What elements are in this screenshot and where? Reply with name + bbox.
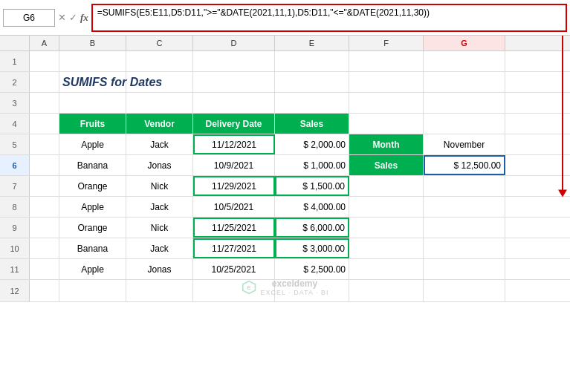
cell-c4-vendor-header[interactable]: Vendor: [126, 114, 193, 134]
cell-f2[interactable]: [349, 72, 424, 92]
cell-a4[interactable]: [30, 114, 59, 134]
row-num-7: 7: [0, 176, 30, 196]
cell-e4-sales-header[interactable]: Sales: [275, 114, 349, 134]
cell-b10-fruits[interactable]: Banana: [59, 238, 126, 258]
cell-c12[interactable]: [126, 280, 193, 301]
row11-date: 10/25/2021: [211, 264, 256, 275]
cell-e10-sales[interactable]: $ 3,000.00: [275, 238, 349, 258]
cell-d4-date-header[interactable]: Delivery Date: [193, 114, 275, 134]
cell-d5-date[interactable]: 11/12/2021: [193, 134, 275, 154]
cell-b1[interactable]: [59, 51, 126, 71]
cell-b9-fruits[interactable]: Orange: [59, 218, 126, 238]
cell-b2[interactable]: SUMIFS for Dates: [59, 72, 126, 92]
cell-a6[interactable]: [30, 155, 59, 175]
cell-a10[interactable]: [30, 238, 59, 258]
cell-g8[interactable]: [424, 197, 505, 217]
cell-g4[interactable]: [424, 114, 505, 134]
cell-a1[interactable]: [30, 51, 59, 71]
confirm-icon[interactable]: ✓: [69, 12, 77, 23]
row-num-3: 3: [0, 93, 30, 113]
cell-f5-month-label[interactable]: Month: [349, 134, 424, 154]
exceldemy-logo-icon: E: [242, 280, 256, 295]
cell-a5[interactable]: [30, 134, 59, 154]
cell-b3[interactable]: [59, 93, 126, 113]
date-header-label: Delivery Date: [205, 119, 262, 129]
cell-a12[interactable]: [30, 280, 59, 301]
cell-f7[interactable]: [349, 176, 424, 196]
cell-f9[interactable]: [349, 218, 424, 238]
cell-e6-sales[interactable]: $ 1,000.00: [275, 155, 349, 175]
row11-vendor: Jonas: [147, 264, 171, 275]
cell-d7-date[interactable]: 11/29/2021: [193, 176, 275, 196]
cell-g1[interactable]: [424, 51, 505, 71]
cell-a3[interactable]: [30, 93, 59, 113]
cell-g10[interactable]: [424, 238, 505, 258]
cell-f1[interactable]: [349, 51, 424, 71]
watermark-tagline: EXCEL · DATA · BI: [261, 289, 329, 296]
cell-a2[interactable]: [30, 72, 59, 92]
cell-d3[interactable]: [193, 93, 275, 113]
cell-f4[interactable]: [349, 114, 424, 134]
cell-d1[interactable]: [193, 51, 275, 71]
cell-g7[interactable]: [424, 176, 505, 196]
row10-vendor: Jack: [150, 244, 169, 254]
cell-g5-month-value[interactable]: November: [424, 134, 505, 154]
cell-e1[interactable]: [275, 51, 349, 71]
cancel-icon[interactable]: ✕: [58, 12, 66, 23]
row-7: 7 Orange Nick 11/29/2021 $ 1,500.00: [0, 176, 570, 197]
cell-f10[interactable]: [349, 238, 424, 258]
cell-g3[interactable]: [424, 93, 505, 113]
cell-c9-vendor[interactable]: Nick: [126, 218, 193, 238]
cell-d2[interactable]: [193, 72, 275, 92]
cell-f3[interactable]: [349, 93, 424, 113]
cell-e5-sales[interactable]: $ 2,000.00: [275, 134, 349, 154]
cell-f12[interactable]: [349, 280, 424, 301]
cell-c7-vendor[interactable]: Nick: [126, 176, 193, 196]
cell-c10-vendor[interactable]: Jack: [126, 238, 193, 258]
cell-e3[interactable]: [275, 93, 349, 113]
cell-d8-date[interactable]: 10/5/2021: [193, 197, 275, 217]
cell-d11-date[interactable]: 10/25/2021: [193, 259, 275, 279]
cell-g2[interactable]: [424, 72, 505, 92]
cell-d6-date[interactable]: 10/9/2021: [193, 155, 275, 175]
cell-b5-fruits[interactable]: Apple: [59, 134, 126, 154]
cell-a9[interactable]: [30, 218, 59, 238]
cell-g11[interactable]: [424, 259, 505, 279]
cell-c1[interactable]: [126, 51, 193, 71]
cell-b7-fruits[interactable]: Orange: [59, 176, 126, 196]
cell-g9[interactable]: [424, 218, 505, 238]
cell-e8-sales[interactable]: $ 4,000.00: [275, 197, 349, 217]
cell-b6-fruits[interactable]: Banana: [59, 155, 126, 175]
cell-g6-sales-value[interactable]: $ 12,500.00: [424, 155, 505, 175]
spreadsheet-area: A B C D E F G 1 2 SUMIFS for Dates 3: [0, 36, 570, 302]
formula-input-box[interactable]: =SUMIFS(E5:E11,D5:D11,">="&DATE(2021,11,…: [91, 4, 567, 32]
cell-c11-vendor[interactable]: Jonas: [126, 259, 193, 279]
fx-icon[interactable]: fx: [80, 12, 88, 24]
cell-a8[interactable]: [30, 197, 59, 217]
cell-reference-box[interactable]: G6: [3, 9, 55, 27]
cell-e2[interactable]: [275, 72, 349, 92]
cell-c5-vendor[interactable]: Jack: [126, 134, 193, 154]
cell-e11-sales[interactable]: $ 2,500.00: [275, 259, 349, 279]
cell-c3[interactable]: [126, 93, 193, 113]
cell-e7-sales[interactable]: $ 1,500.00: [275, 176, 349, 196]
cell-d9-date[interactable]: 11/25/2021: [193, 218, 275, 238]
cell-g12[interactable]: [424, 280, 505, 301]
row8-sales: $ 4,000.00: [303, 202, 346, 212]
cell-a11[interactable]: [30, 259, 59, 279]
cell-b8-fruits[interactable]: Apple: [59, 197, 126, 217]
cell-b11-fruits[interactable]: Apple: [59, 259, 126, 279]
cell-f11[interactable]: [349, 259, 424, 279]
cell-f6-sales-label[interactable]: Sales: [349, 155, 424, 175]
cell-f8[interactable]: [349, 197, 424, 217]
cell-e9-sales[interactable]: $ 6,000.00: [275, 218, 349, 238]
cell-a7[interactable]: [30, 176, 59, 196]
cell-b12[interactable]: [59, 280, 126, 301]
row10-date: 11/27/2021: [212, 244, 256, 254]
cell-d10-date[interactable]: 11/27/2021: [193, 238, 275, 258]
row-3: 3: [0, 93, 570, 114]
cell-c6-vendor[interactable]: Jonas: [126, 155, 193, 175]
cell-c8-vendor[interactable]: Jack: [126, 197, 193, 217]
row8-vendor: Jack: [150, 202, 169, 212]
cell-b4-fruits-header[interactable]: Fruits: [59, 114, 126, 134]
